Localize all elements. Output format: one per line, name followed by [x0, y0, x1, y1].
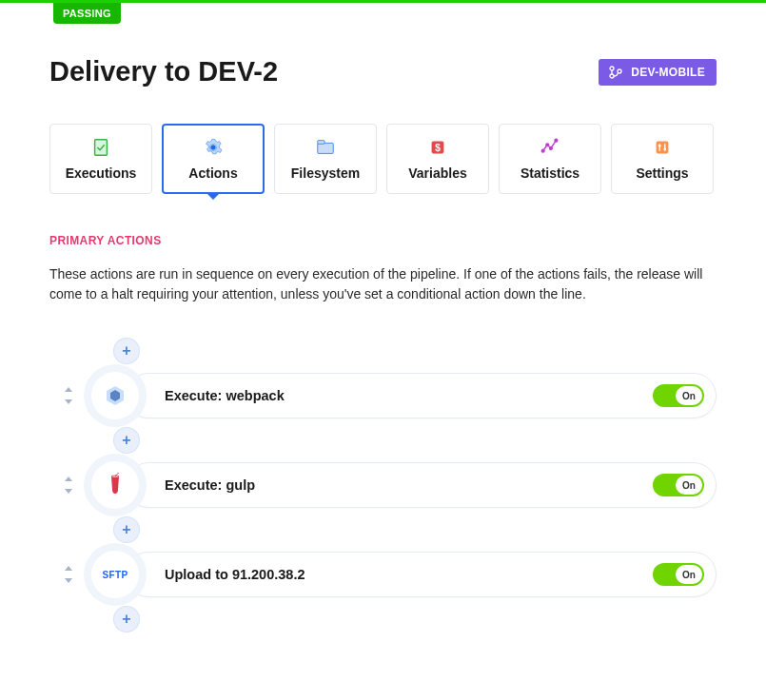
svg-rect-13 — [657, 142, 669, 154]
svg-point-11 — [550, 147, 553, 150]
action-card[interactable]: Upload to 91.200.38.2 On — [126, 552, 717, 597]
gear-icon — [203, 137, 224, 158]
tab-label: Settings — [636, 165, 688, 181]
tab-variables[interactable]: $ Variables — [386, 124, 489, 194]
drag-handle[interactable] — [49, 458, 88, 512]
drag-handle[interactable] — [49, 548, 88, 601]
action-row: Execute: webpack On — [49, 369, 717, 422]
action-title: Upload to 91.200.38.2 — [165, 567, 304, 582]
action-card[interactable]: Execute: gulp On — [126, 462, 717, 508]
action-toggle[interactable]: On — [653, 384, 704, 407]
tab-label: Statistics — [520, 165, 579, 181]
svg-point-17 — [663, 147, 666, 150]
plus-icon: + — [122, 521, 130, 538]
svg-point-12 — [555, 139, 558, 142]
add-action-button[interactable]: + — [114, 607, 139, 632]
tab-filesystem[interactable]: Filesystem — [274, 124, 377, 194]
toggle-label: On — [676, 476, 702, 495]
folder-icon — [315, 137, 336, 158]
add-action-button[interactable]: + — [114, 339, 139, 363]
document-check-icon — [90, 137, 111, 158]
svg-point-16 — [658, 145, 661, 147]
section-heading: PRIMARY ACTIONS — [49, 234, 717, 247]
svg-text:$: $ — [435, 143, 441, 153]
action-card[interactable]: Execute: webpack On — [126, 373, 717, 418]
tabs: Executions Actions Filesystem $ Variable… — [49, 124, 717, 194]
dev-mobile-button[interactable]: DEV-MOBILE — [599, 59, 717, 86]
actions-flow: + Execute: webpack On + — [49, 339, 717, 632]
svg-point-4 — [210, 145, 216, 150]
webpack-icon — [91, 372, 139, 419]
tab-label: Actions — [188, 165, 237, 181]
toggle-label: On — [676, 565, 702, 584]
section-description: These actions are run in sequence on eve… — [49, 264, 716, 304]
sftp-icon-text: SFTP — [103, 570, 128, 580]
add-action-button[interactable]: + — [114, 428, 139, 453]
svg-rect-3 — [95, 140, 108, 156]
chart-line-icon — [540, 137, 560, 158]
svg-point-10 — [546, 144, 549, 146]
sftp-icon: SFTP — [91, 551, 139, 598]
action-toggle[interactable]: On — [653, 563, 704, 586]
tab-statistics[interactable]: Statistics — [499, 124, 601, 194]
dev-mobile-label: DEV-MOBILE — [631, 66, 705, 79]
action-title: Execute: gulp — [165, 477, 255, 493]
svg-point-1 — [610, 74, 614, 78]
svg-point-9 — [541, 149, 544, 152]
action-row: Execute: gulp On — [49, 458, 717, 512]
sort-icon — [62, 387, 75, 404]
plus-icon: + — [122, 432, 130, 449]
page-title: Delivery to DEV-2 — [49, 56, 278, 88]
action-toggle[interactable]: On — [653, 474, 704, 496]
svg-point-2 — [618, 69, 621, 73]
tab-label: Variables — [408, 165, 467, 181]
tab-label: Filesystem — [291, 165, 360, 181]
plus-icon: + — [122, 342, 130, 360]
action-title: Execute: webpack — [165, 388, 285, 403]
tab-label: Executions — [66, 165, 137, 181]
tab-settings[interactable]: Settings — [611, 124, 714, 194]
svg-rect-6 — [318, 141, 324, 145]
svg-rect-5 — [318, 143, 334, 153]
dollar-icon: $ — [427, 137, 448, 158]
tab-actions[interactable]: Actions — [162, 124, 265, 194]
tab-executions[interactable]: Executions — [49, 124, 152, 194]
plus-icon: + — [122, 611, 130, 628]
action-row: SFTP Upload to 91.200.38.2 On — [49, 548, 717, 601]
svg-point-0 — [610, 67, 614, 70]
status-badge: PASSING — [53, 3, 121, 24]
gulp-icon — [91, 461, 139, 509]
page-header: Delivery to DEV-2 DEV-MOBILE — [49, 56, 717, 88]
sliders-icon — [652, 137, 673, 158]
add-action-button[interactable]: + — [114, 517, 139, 542]
sort-icon — [62, 566, 75, 583]
sort-icon — [62, 476, 75, 494]
toggle-label: On — [676, 386, 702, 405]
drag-handle[interactable] — [49, 369, 88, 422]
branch-icon — [608, 65, 623, 80]
